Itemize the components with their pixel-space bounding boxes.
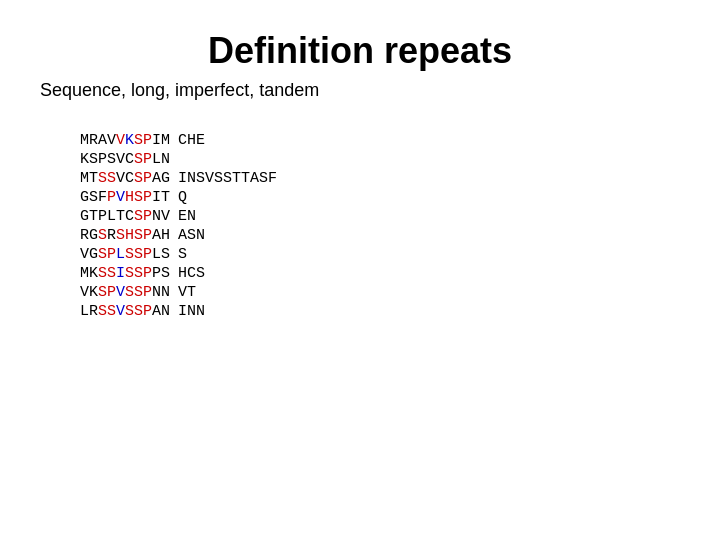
seq-part: SS — [98, 265, 116, 282]
sequence-cell: RGSRSHSPAH — [80, 226, 178, 245]
seq-part: MRAV — [80, 132, 116, 149]
sequence-table: MRAVVKSPIMCHEKSPSVCSPLNMTSSVCSPAGINSVSST… — [80, 131, 285, 321]
page: Definition repeats Sequence, long, imper… — [0, 0, 720, 351]
seq-part: NN — [152, 284, 170, 301]
seq-part: IM — [152, 132, 170, 149]
seq-part: SP — [134, 208, 152, 225]
seq-part: K — [125, 132, 134, 149]
seq-part: NV — [152, 208, 170, 225]
extra-cell: Q — [178, 188, 285, 207]
seq-part: SH — [116, 227, 134, 244]
seq-part: PS — [152, 265, 170, 282]
extra-cell: S — [178, 245, 285, 264]
seq-part: SP — [98, 284, 116, 301]
seq-part: AN — [152, 303, 170, 320]
seq-part: MK — [80, 265, 98, 282]
sequence-cell: MKSSISSPPS — [80, 264, 178, 283]
sequence-cell: GSFPVHSPIT — [80, 188, 178, 207]
seq-part: V — [116, 189, 125, 206]
extra-cell: EN — [178, 207, 285, 226]
seq-part: P — [143, 284, 152, 301]
seq-part: IT — [152, 189, 170, 206]
extra-cell: VT — [178, 283, 285, 302]
seq-part: V — [116, 284, 125, 301]
seq-part: LN — [152, 151, 170, 168]
sequence-cell: VGSPLSSPLS — [80, 245, 178, 264]
seq-part: SS — [125, 265, 143, 282]
table-row: GSFPVHSPITQ — [80, 188, 285, 207]
extra-cell: HCS — [178, 264, 285, 283]
table-row: MKSSISSPPSHCS — [80, 264, 285, 283]
seq-part: SS — [98, 303, 116, 320]
seq-part: SP — [134, 170, 152, 187]
seq-part: GSF — [80, 189, 107, 206]
seq-part: MT — [80, 170, 98, 187]
seq-part: SP — [134, 151, 152, 168]
seq-part: R — [107, 227, 116, 244]
extra-cell: INN — [178, 302, 285, 321]
seq-part: P — [143, 246, 152, 263]
seq-part: GTPLTC — [80, 208, 134, 225]
table-row: RGSRSHSPAHASN — [80, 226, 285, 245]
seq-part: P — [143, 303, 152, 320]
sequence-cell: MRAVVKSPIM — [80, 131, 178, 150]
seq-part: AH — [152, 227, 170, 244]
seq-part: V — [116, 303, 125, 320]
extra-cell: CHE — [178, 131, 285, 150]
seq-part: VC — [116, 170, 134, 187]
table-row: MTSSVCSPAGINSVSSTTASF — [80, 169, 285, 188]
seq-part: SP — [98, 246, 116, 263]
seq-part: H — [125, 189, 134, 206]
sequence-cell: MTSSVCSPAG — [80, 169, 178, 188]
seq-part: KSPSVC — [80, 151, 134, 168]
seq-part: SP — [134, 132, 152, 149]
sequence-cell: KSPSVCSPLN — [80, 150, 178, 169]
extra-cell: ASN — [178, 226, 285, 245]
table-row: MRAVVKSPIMCHE — [80, 131, 285, 150]
table-row: LRSSVSSPANINN — [80, 302, 285, 321]
seq-part: SS — [125, 246, 143, 263]
seq-part: P — [143, 265, 152, 282]
seq-part: SP — [134, 189, 152, 206]
table-row: VGSPLSSPLSS — [80, 245, 285, 264]
sequence-cell: VKSPVSSPNN — [80, 283, 178, 302]
sequence-cell: GTPLTCSPNV — [80, 207, 178, 226]
extra-cell — [178, 150, 285, 169]
seq-part: SS — [98, 170, 116, 187]
seq-part: LS — [152, 246, 170, 263]
extra-cell: INSVSSTTASF — [178, 169, 285, 188]
seq-part: L — [116, 246, 125, 263]
sequence-cell: LRSSVSSPAN — [80, 302, 178, 321]
seq-part: SS — [125, 303, 143, 320]
table-row: KSPSVCSPLN — [80, 150, 285, 169]
page-title: Definition repeats — [40, 30, 680, 72]
seq-part: S — [98, 227, 107, 244]
table-row: VKSPVSSPNNVT — [80, 283, 285, 302]
seq-part: LR — [80, 303, 98, 320]
seq-part: VK — [80, 284, 98, 301]
seq-part: VG — [80, 246, 98, 263]
subtitle: Sequence, long, imperfect, tandem — [40, 80, 680, 101]
seq-part: P — [107, 189, 116, 206]
seq-part: SS — [125, 284, 143, 301]
seq-part: RG — [80, 227, 98, 244]
seq-part: I — [116, 265, 125, 282]
seq-part: SP — [134, 227, 152, 244]
table-row: GTPLTCSPNVEN — [80, 207, 285, 226]
seq-part: AG — [152, 170, 170, 187]
seq-part: V — [116, 132, 125, 149]
